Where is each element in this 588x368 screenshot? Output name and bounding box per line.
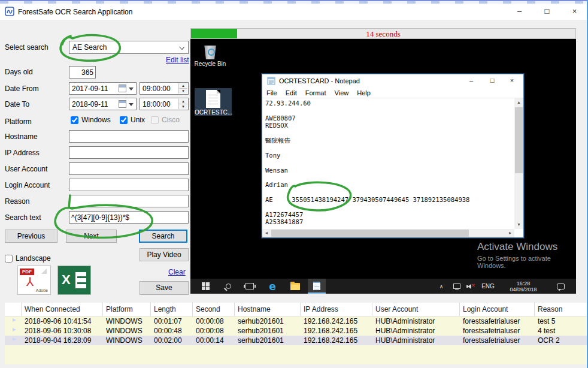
menu-view: View	[331, 88, 353, 98]
maximize-button[interactable]: □	[534, 4, 560, 20]
user-account-input[interactable]	[69, 162, 189, 175]
column-header[interactable]: When Connected	[22, 303, 103, 316]
search-text-input[interactable]	[69, 211, 189, 224]
tray-language: ENG	[479, 279, 497, 294]
notepad-line: REDSOX	[265, 122, 514, 129]
task-view-icon	[241, 279, 259, 294]
minimize-button[interactable]: –	[506, 4, 533, 20]
time-from-input[interactable]: 09:00:00 ▲ ▼	[140, 82, 189, 95]
scroll-down-icon: ▼	[514, 221, 523, 229]
table-row[interactable]: 2018-09-06 10:30:08 WINDOWS 00:00:48 00:…	[5, 326, 588, 336]
next-button[interactable]: Next	[66, 230, 117, 243]
column-icon-header[interactable]	[5, 303, 22, 316]
video-progress-bar[interactable]: 14 seconds	[190, 28, 576, 39]
notepad-line: 72.93.244.60	[265, 99, 514, 107]
notepad-line: 醫院報告	[265, 137, 514, 144]
notepad-minimize-icon: –	[461, 74, 481, 88]
export-pdf-button[interactable]: PDF ⅄ Adobe	[17, 266, 51, 295]
table-row[interactable]: 2018-09-06 10:41:54 WINDOWS 00:01:07 00:…	[5, 316, 588, 326]
date-from-picker[interactable]: 2017-09-11	[69, 82, 137, 95]
cell-second: 00:00:14	[193, 336, 235, 345]
spin-up-icon[interactable]: ▲	[179, 99, 187, 104]
select-search-label: Select search	[5, 43, 49, 52]
date-to-picker[interactable]: 2018-09-11	[69, 98, 137, 110]
export-excel-button[interactable]: X	[57, 266, 91, 295]
progress-time-label: 14 seconds	[191, 29, 575, 39]
notepad-close-icon: ×	[502, 74, 522, 88]
platform-windows-checkbox[interactable]: Windows	[71, 116, 111, 124]
calendar-icon	[119, 85, 126, 92]
platform-label: Platform	[5, 117, 32, 126]
select-search-value: AE Search	[72, 43, 107, 52]
watermark-line: Activate Windows	[477, 241, 557, 253]
spin-down-icon[interactable]: ▼	[179, 88, 187, 93]
pdf-adobe-label: Adobe	[36, 288, 48, 292]
ocr-testcard-file-label: OCRTESTC...	[195, 109, 232, 116]
taskbar: e ∧ × ENG 16:28 04/09/2018	[190, 279, 576, 294]
reason-input[interactable]	[69, 195, 189, 207]
save-button[interactable]: Save	[140, 281, 189, 295]
checkbox-windows[interactable]	[71, 116, 78, 124]
date-to-value: 2018-09-11	[72, 100, 108, 108]
notepad-window: OCRTESTCARD - Notepad – □ × File Edit Fo…	[262, 74, 524, 238]
clear-link[interactable]: Clear	[168, 268, 186, 276]
select-search-dropdown[interactable]: AE Search	[69, 41, 189, 54]
recycle-bin-icon	[204, 44, 217, 59]
time-from-spinner[interactable]: ▲ ▼	[178, 83, 187, 93]
checkbox-windows-label: Windows	[81, 116, 111, 124]
search-icon	[219, 279, 237, 294]
column-header[interactable]: Hostname	[235, 303, 301, 316]
column-header[interactable]: Second	[193, 303, 235, 316]
menu-edit: Edit	[281, 88, 301, 98]
notepad-line	[265, 107, 514, 114]
days-old-input[interactable]	[69, 66, 96, 79]
login-account-label: Login Account	[5, 181, 50, 189]
play-video-button[interactable]: Play Video	[140, 248, 189, 261]
date-to-label: Date To	[5, 100, 29, 108]
time-to-input[interactable]: 18:00:00 ▲ ▼	[140, 98, 189, 110]
cell-ip-address: 192.168.242.165	[301, 326, 372, 336]
table-row[interactable]: 2018-09-04 16:28:09 WINDOWS 00:02:00 00:…	[5, 336, 588, 345]
notepad-line	[265, 174, 514, 181]
search-text-label: Search text	[5, 213, 41, 222]
previous-button[interactable]: Previous	[5, 230, 57, 243]
column-header[interactable]: Reason	[535, 303, 588, 316]
checkbox-cisco	[151, 116, 159, 124]
column-header[interactable]: Login Account	[460, 303, 535, 316]
scroll-left-icon: ◂	[262, 229, 271, 237]
close-button[interactable]: ×	[561, 4, 588, 20]
excel-grid-glyph	[75, 272, 86, 288]
login-account-input[interactable]	[69, 179, 189, 191]
notepad-maximize-icon: □	[482, 74, 502, 88]
volume-muted-icon: ×	[465, 279, 477, 294]
time-to-value: 18:00:00	[143, 100, 171, 108]
edit-list-link[interactable]: Edit list	[166, 56, 189, 64]
search-button[interactable]: Search	[139, 230, 187, 243]
spin-down-icon[interactable]: ▼	[179, 104, 187, 109]
notepad-line: Adrian	[265, 181, 514, 188]
start-button-icon	[196, 279, 214, 294]
hostname-input[interactable]	[69, 130, 189, 143]
platform-unix-checkbox[interactable]: Unix	[120, 116, 145, 124]
scroll-up-icon: ▲	[514, 98, 523, 107]
cell-platform: WINDOWS	[103, 336, 151, 345]
scroll-right-icon: ▸	[506, 229, 514, 237]
time-to-spinner[interactable]: ▲ ▼	[178, 99, 187, 109]
landscape-checkbox[interactable]: Landscape	[5, 254, 51, 263]
cell-platform: WINDOWS	[103, 326, 151, 336]
ip-address-input[interactable]	[69, 146, 189, 159]
column-header[interactable]: Length	[151, 303, 193, 316]
column-header[interactable]: User Account	[372, 303, 460, 316]
time-from-value: 09:00:00	[143, 85, 171, 93]
pdf-logo-glyph: ⅄	[26, 275, 34, 289]
checkbox-unix[interactable]	[120, 116, 128, 124]
column-header[interactable]: IP Address	[301, 303, 372, 316]
notepad-horizontal-scrollbar: ◂ ▸	[262, 229, 514, 237]
spin-up-icon[interactable]: ▲	[179, 83, 187, 88]
column-header[interactable]: Platform	[103, 303, 151, 316]
cell-login-account: forestsafetrialuser	[460, 326, 535, 336]
chevron-down-icon	[179, 44, 184, 50]
checkbox-landscape[interactable]	[5, 255, 13, 263]
cell-when-connected: 2018-09-06 10:30:08	[22, 326, 103, 336]
activate-windows-watermark: Activate Windows Go to Settings to activ…	[477, 241, 557, 269]
